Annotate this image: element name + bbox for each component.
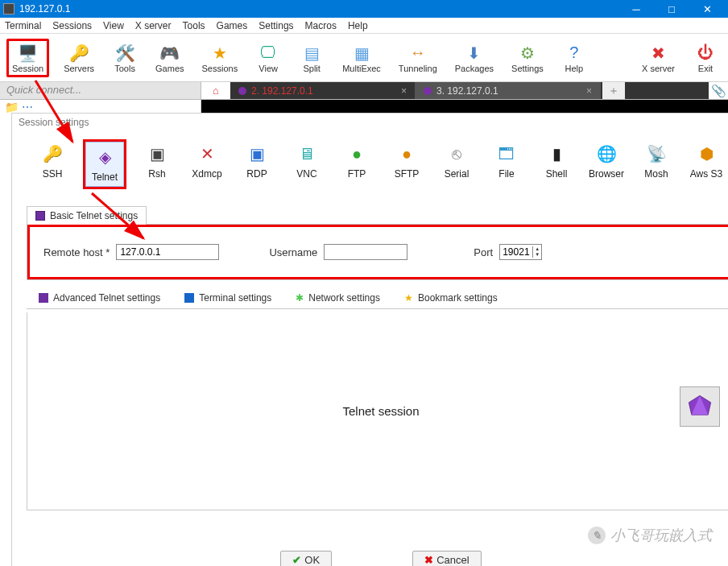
remote-host-label: Remote host * xyxy=(43,246,110,258)
menu-terminal[interactable]: Terminal xyxy=(5,20,41,31)
session-tab[interactable]: 3. 192.127.0.1× xyxy=(416,82,601,99)
toolbar-multiexec-button[interactable]: ▦MultiExec xyxy=(339,41,384,75)
toolbar-servers-button[interactable]: 🔑Servers xyxy=(60,41,97,75)
new-tab-button[interactable]: ＋ xyxy=(602,82,625,99)
window-minimize-button[interactable]: ─ xyxy=(618,0,654,18)
session-type-file[interactable]: 🗔File xyxy=(487,139,526,183)
toolbar-sessions-button[interactable]: ★Sessions xyxy=(199,41,242,75)
toolbar-label: Settings xyxy=(511,64,544,73)
session-type-ssh[interactable]: 🔑SSH xyxy=(33,139,72,183)
session-tab[interactable]: 2. 192.127.0.1× xyxy=(230,82,416,99)
ftp-icon: ● xyxy=(345,143,368,165)
home-tab[interactable]: ⌂ xyxy=(201,82,230,99)
session-tab-strip: ⌂ 2. 192.127.0.1×3. 192.127.0.1× ＋ xyxy=(201,82,709,99)
subtab-network-settings[interactable]: ✱Network settings xyxy=(283,287,392,308)
session-type-shell[interactable]: ▮Shell xyxy=(537,139,576,183)
port-down-icon[interactable]: ▼ xyxy=(532,252,541,258)
toolbar-tunneling-button[interactable]: ↔Tunneling xyxy=(395,41,441,75)
window-close-button[interactable]: ✕ xyxy=(689,0,725,18)
menu-view[interactable]: View xyxy=(103,20,124,31)
toolbar-session-button[interactable]: 🖥️Session xyxy=(6,39,49,77)
tab-dot-icon xyxy=(238,87,246,95)
ok-button[interactable]: ✔OK xyxy=(280,551,332,566)
menu-macros[interactable]: Macros xyxy=(305,20,337,31)
window-maximize-button[interactable]: □ xyxy=(654,0,689,18)
session-icon: 🖥️ xyxy=(18,43,39,64)
cancel-icon: ✖ xyxy=(424,554,433,566)
toolbar-x-server-button[interactable]: ✖X server xyxy=(639,41,678,75)
dialog-titlebar: Session settings ✕ xyxy=(12,114,728,131)
session-type-label: Serial xyxy=(445,168,469,180)
menu-tools[interactable]: Tools xyxy=(183,20,205,31)
toolbar-tools-button[interactable]: 🛠️Tools xyxy=(109,41,141,75)
port-label: Port xyxy=(474,246,493,258)
session-type-xdmcp[interactable]: ✕Xdmcp xyxy=(188,139,226,183)
toolbar-games-button[interactable]: 🎮Games xyxy=(152,41,187,75)
subtab-bookmark-settings[interactable]: ★Bookmark settings xyxy=(392,287,510,308)
cancel-button[interactable]: ✖Cancel xyxy=(412,551,481,566)
toolbar-label: Packages xyxy=(455,64,494,73)
session-type-label: Telnet xyxy=(92,171,118,183)
toolbar-view-button[interactable]: 🖵View xyxy=(252,41,284,75)
menu-help[interactable]: Help xyxy=(348,20,368,31)
port-stepper[interactable]: ▲▼ xyxy=(499,244,542,260)
session-type-telnet[interactable]: ◈Telnet xyxy=(85,142,124,187)
paperclip-icon[interactable]: 📎 xyxy=(709,82,728,99)
aws s3-icon: ⬢ xyxy=(695,143,718,165)
menu-x-server[interactable]: X server xyxy=(135,20,172,31)
app-icon xyxy=(3,3,14,14)
session-preview-label: Telnet session xyxy=(342,404,419,418)
dialog-button-row: ✔OK ✖Cancel xyxy=(12,551,728,566)
menu-games[interactable]: Games xyxy=(217,20,248,31)
subtab-label: Terminal settings xyxy=(199,292,271,304)
spark-icon: ★ xyxy=(404,292,413,304)
basic-settings-tab-label: Basic Telnet settings xyxy=(50,210,138,221)
toolbar-settings-button[interactable]: ⚙Settings xyxy=(508,41,547,75)
basic-settings-tab[interactable]: Basic Telnet settings xyxy=(27,206,147,225)
telnet-icon: ◈ xyxy=(93,146,116,168)
session-type-label: RDP xyxy=(246,168,267,180)
toolbar-label: Exit xyxy=(698,64,713,73)
session-type-serial[interactable]: ⎋Serial xyxy=(437,139,476,183)
toolbar-label: Sessions xyxy=(202,64,238,73)
menu-sessions[interactable]: Sessions xyxy=(52,20,92,31)
session-type-browser[interactable]: 🌐Browser xyxy=(587,139,626,183)
main-toolbar: 🖥️Session🔑Servers🛠️Tools🎮Games★Sessions🖵… xyxy=(0,34,728,82)
menu-bar: TerminalSessionsViewX serverToolsGamesSe… xyxy=(0,18,728,34)
session-type-label: SSH xyxy=(43,168,63,180)
tab-close-icon[interactable]: × xyxy=(586,85,592,97)
session-settings-dialog: Session settings ✕ 🔑SSH◈Telnet▣Rsh✕Xdmcp… xyxy=(11,113,728,566)
tab-label: 3. 192.127.0.1 xyxy=(436,85,498,97)
session-type-ftp[interactable]: ●FTP xyxy=(337,139,376,183)
xdmcp-icon: ✕ xyxy=(196,143,218,165)
multiexec-icon: ▦ xyxy=(351,43,372,64)
quick-connect-input[interactable]: Quick connect... xyxy=(0,82,201,99)
mosh-icon: 📡 xyxy=(645,143,668,165)
telnet-square-icon xyxy=(35,211,45,221)
remote-host-input[interactable] xyxy=(116,244,219,260)
session-type-sftp[interactable]: ●SFTP xyxy=(387,139,426,183)
username-input[interactable] xyxy=(324,244,407,260)
subtab-terminal-settings[interactable]: Terminal settings xyxy=(172,287,283,308)
session-type-rsh[interactable]: ▣Rsh xyxy=(138,139,176,183)
toolbar-exit-button[interactable]: ⏻Exit xyxy=(689,41,722,75)
session-type-row: 🔑SSH◈Telnet▣Rsh✕Xdmcp▣RDP🖥VNC●FTP●SFTP⎋S… xyxy=(12,131,728,194)
tab-close-icon[interactable]: × xyxy=(401,85,407,97)
subtab-advanced-telnet-settings[interactable]: Advanced Telnet settings xyxy=(27,287,172,308)
session-type-label: VNC xyxy=(296,168,316,180)
port-up-icon[interactable]: ▲ xyxy=(532,246,541,252)
session-type-mosh[interactable]: 📡Mosh xyxy=(637,139,676,183)
packages-icon: ⬇ xyxy=(464,43,485,64)
toolbar-split-button[interactable]: ▤Split xyxy=(296,41,328,75)
spark-icon: ✱ xyxy=(296,292,304,304)
toolbar-help-button[interactable]: ?Help xyxy=(558,41,590,75)
session-type-rdp[interactable]: ▣RDP xyxy=(238,139,276,183)
port-input[interactable] xyxy=(500,246,532,258)
session-type-label: Aws S3 xyxy=(690,168,722,180)
vnc-icon: 🖥 xyxy=(296,143,318,165)
session-type-label: Shell xyxy=(546,168,568,180)
toolbar-packages-button[interactable]: ⬇Packages xyxy=(452,41,497,75)
menu-settings[interactable]: Settings xyxy=(259,20,293,31)
session-type-aws-s3[interactable]: ⬢Aws S3 xyxy=(687,139,726,183)
session-type-vnc[interactable]: 🖥VNC xyxy=(287,139,326,183)
